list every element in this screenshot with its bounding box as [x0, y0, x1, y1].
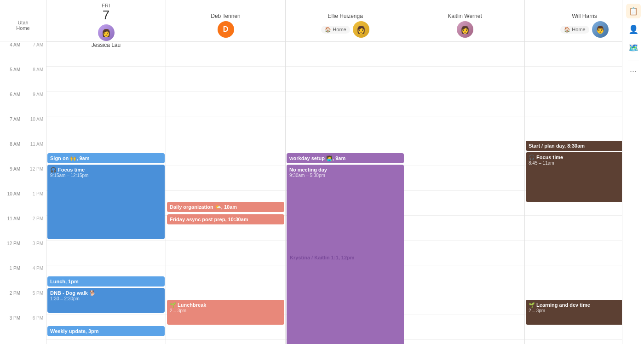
- time-12pm: 12 PM: [0, 240, 23, 265]
- kaitlin-name: Kaitlin Wernet: [448, 13, 482, 19]
- jessica-event-lunch[interactable]: Lunch, 1pm: [47, 276, 165, 287]
- day-number: 7: [103, 8, 110, 23]
- calendar-header: Utah Home FRI 7 👩 Jessica Lau Deb Tennen…: [0, 0, 644, 41]
- jessica-col: Sign on 🙌, 9am 🎧 Focus time 9:15am – 12:…: [46, 41, 166, 344]
- will-home-label: Home: [572, 27, 585, 32]
- jessica-event-focustime[interactable]: 🎧 Focus time 9:15am – 12:15pm: [47, 165, 165, 239]
- time-3pm: 3 PM: [0, 315, 23, 339]
- jessica-event-dogwalk[interactable]: DNB - Dog walk 🐕 1:30 – 2:30pm: [47, 288, 165, 313]
- tz-utah: Utah: [17, 20, 28, 25]
- app-container: Utah Home FRI 7 👩 Jessica Lau Deb Tennen…: [0, 0, 644, 344]
- time-r-11am: 11 AM: [23, 141, 46, 166]
- deb-event-lunchbreak[interactable]: 🌱 Lunchbreak 2 – 3pm: [167, 300, 284, 325]
- deb-col: Daily organization 🌤️, 10am Friday async…: [166, 41, 285, 344]
- will-avatar: 👨: [592, 21, 609, 38]
- jessica-event-signon[interactable]: Sign on 🙌, 9am: [47, 153, 165, 163]
- time-8am: 8 AM: [0, 141, 23, 166]
- events-grid: Sign on 🙌, 9am 🎧 Focus time 9:15am – 12:…: [46, 41, 644, 344]
- jessica-event-weeklyupdate[interactable]: Weekly update, 3pm: [47, 326, 165, 336]
- map-icon: 🗺️: [628, 43, 638, 53]
- time-r-2pm: 2 PM: [23, 215, 46, 240]
- sidebar-icon-tasks[interactable]: 📋: [626, 4, 641, 18]
- time-columns: 4 AM 5 AM 6 AM 7 AM 8 AM 9 AM 10 AM 11 A…: [0, 41, 46, 344]
- sidebar-divider: [628, 61, 639, 61]
- ellie-home-icon: 🏠: [325, 27, 331, 33]
- ellie-home-badge: 🏠 Home: [321, 26, 350, 34]
- will-home-icon: 🏠: [564, 27, 570, 33]
- tasks-icon: 📋: [629, 7, 638, 16]
- time-r-5pm: 5 PM: [23, 290, 46, 315]
- sidebar-icon-map[interactable]: 🗺️: [626, 40, 641, 55]
- time-11am: 11 AM: [0, 215, 23, 240]
- time-r-10am: 10 AM: [23, 116, 46, 141]
- time-4am: 4 AM: [0, 41, 23, 66]
- time-r-12pm: 12 PM: [23, 166, 46, 190]
- ellie-col: workday setup 🧑‍💻, 9am No meeting day 9:…: [285, 41, 405, 344]
- will-name: Will Harris: [572, 13, 597, 19]
- time-r-6pm: 6 PM: [23, 315, 46, 339]
- time-5am: 5 AM: [0, 66, 23, 91]
- time-r-8am: 8 AM: [23, 66, 46, 91]
- times-right: 7 AM 8 AM 9 AM 10 AM 11 AM 12 PM 1 PM 2 …: [23, 41, 46, 339]
- time-10am: 10 AM: [0, 190, 23, 215]
- ellie-event-workdaysetup[interactable]: workday setup 🧑‍💻, 9am: [287, 153, 404, 163]
- deb-name: Deb Tennen: [211, 13, 241, 19]
- right-sidebar: 📋 👤 🗺️ ···: [622, 0, 644, 344]
- ellie-home-label: Home: [333, 27, 346, 32]
- time-9am: 9 AM: [0, 166, 23, 190]
- will-home-badge: 🏠 Home: [560, 26, 589, 34]
- deb-event-dailyorg[interactable]: Daily organization 🌤️, 10am: [167, 202, 284, 212]
- time-7am: 7 AM: [0, 116, 23, 141]
- tz-home: Home: [16, 25, 29, 31]
- calendar-main: Utah Home FRI 7 👩 Jessica Lau Deb Tennen…: [0, 0, 644, 344]
- ellie-event-1on1[interactable]: Krystina / Kaitlin 1:1, 12pm: [287, 252, 404, 263]
- deb-avatar: D: [218, 21, 234, 38]
- time-1pm: 1 PM: [0, 265, 23, 290]
- time-grid: 4 AM 5 AM 6 AM 7 AM 8 AM 9 AM 10 AM 11 A…: [0, 41, 46, 339]
- ellie-name: Ellie Huizenga: [328, 13, 363, 19]
- more-options[interactable]: ···: [630, 67, 637, 76]
- jessica-avatar: 👩: [98, 24, 115, 41]
- time-r-7am: 7 AM: [23, 41, 46, 66]
- ellie-avatar: 👩: [353, 21, 369, 38]
- time-r-3pm: 3 PM: [23, 240, 46, 265]
- times-left: 4 AM 5 AM 6 AM 7 AM 8 AM 9 AM 10 AM 11 A…: [0, 41, 23, 339]
- kaitlin-avatar: 👩: [457, 21, 473, 38]
- kaitlin-col: [405, 41, 524, 344]
- time-r-1pm: 1 PM: [23, 190, 46, 215]
- time-r-4pm: 4 PM: [23, 265, 46, 290]
- calendar-body: 4 AM 5 AM 6 AM 7 AM 8 AM 9 AM 10 AM 11 A…: [0, 41, 644, 344]
- time-2pm: 2 PM: [0, 290, 23, 315]
- time-r-9am: 9 AM: [23, 91, 46, 116]
- time-6am: 6 AM: [0, 91, 23, 116]
- sidebar-icon-people[interactable]: 👤: [626, 22, 641, 37]
- people-icon: 👤: [628, 24, 638, 34]
- deb-event-asyncprep[interactable]: Friday async post prep, 10:30am: [167, 214, 284, 224]
